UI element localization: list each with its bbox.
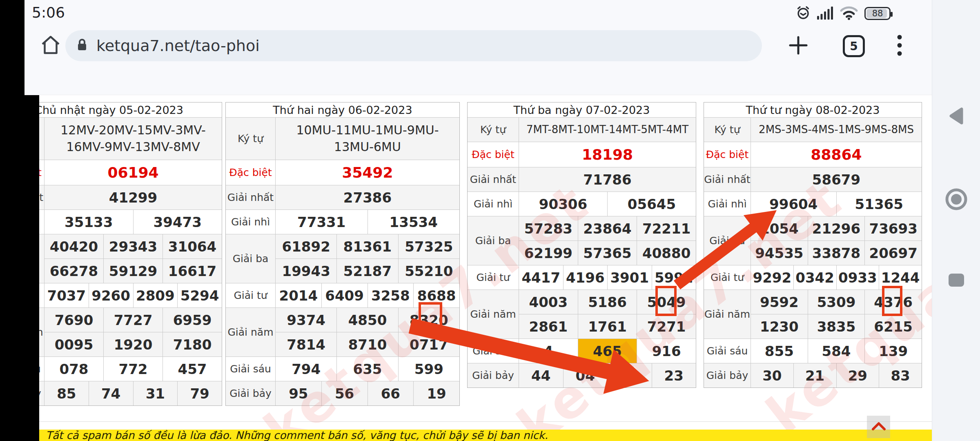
prize-value: 1244 bbox=[879, 265, 922, 290]
nav-home-button[interactable] bbox=[945, 189, 968, 212]
table-date-header: Thứ hai ngày 06-02-2023 bbox=[226, 102, 459, 117]
prize-value: 79 bbox=[177, 381, 222, 405]
prize-value: 74 bbox=[89, 381, 133, 405]
prize-value: 2014 bbox=[276, 283, 321, 307]
prize-value: 5049 bbox=[637, 290, 696, 314]
row-label-nhat: Giải nhất bbox=[226, 185, 276, 209]
battery-nub bbox=[891, 12, 893, 17]
home-icon bbox=[40, 34, 61, 57]
row-label-ba: Giải ba bbox=[226, 234, 276, 283]
prize-value: 4 bbox=[519, 339, 578, 363]
tab-switcher-button[interactable]: 5 bbox=[843, 35, 865, 57]
page-left-cutoff bbox=[24, 95, 39, 441]
prize-value: 40880 bbox=[637, 241, 696, 265]
row-label-nhi: Giải nhì bbox=[226, 210, 276, 234]
prize-value: 8688 bbox=[413, 283, 459, 307]
prize-value: 7271 bbox=[637, 314, 696, 339]
row-label-ba: Giải ba bbox=[468, 216, 519, 265]
row-label-tu: Giải tư bbox=[226, 283, 276, 307]
prize-value: 13534 bbox=[368, 210, 460, 234]
row-label-bay: Giải bảy bbox=[226, 381, 276, 405]
prize-value: 0342 bbox=[793, 265, 836, 290]
prize-value: 44 bbox=[519, 363, 563, 388]
prize-value: 62199 bbox=[519, 241, 578, 265]
prize-value: 51365 bbox=[836, 192, 922, 216]
prize-value: 05645 bbox=[607, 192, 696, 216]
prize-value: 83 bbox=[879, 363, 922, 388]
prize-value bbox=[607, 363, 652, 388]
prize-value: 29343 bbox=[103, 234, 163, 258]
row-label-db: Đặc biệt bbox=[704, 142, 751, 167]
prize-value: 0717 bbox=[398, 332, 459, 356]
row-label-bay: Giải bảy bbox=[704, 363, 751, 388]
prize-value: 9374 bbox=[276, 308, 336, 332]
scroll-to-top-button[interactable] bbox=[867, 416, 890, 438]
prize-value: 5309 bbox=[808, 290, 865, 314]
prize-value: 94535 bbox=[751, 241, 808, 265]
browser-home-button[interactable] bbox=[40, 34, 61, 57]
row-label-nhat: Giải nhất bbox=[468, 167, 519, 192]
row-label-kytu: Ký tự bbox=[704, 118, 751, 142]
android-nav-bar bbox=[932, 0, 980, 441]
phone-screen: 5:06 88 ket bbox=[0, 0, 980, 441]
prize-value: 635 bbox=[336, 357, 398, 381]
prize-value: 7MT-8MT-10MT-14MT-5MT-4MT bbox=[519, 118, 696, 142]
row-label-nhi: Giải nhì bbox=[704, 192, 751, 216]
browser-menu-button[interactable] bbox=[893, 34, 906, 58]
prize-value: 584 bbox=[808, 339, 865, 363]
row-label-nam: Giải năm bbox=[226, 308, 276, 356]
prize-value: 6409 bbox=[321, 283, 368, 307]
row-label-nhi: Giải nhì bbox=[468, 192, 519, 216]
prize-value: 27386 bbox=[276, 185, 459, 209]
prize-value: 1054 bbox=[751, 216, 808, 241]
prize-value: 1761 bbox=[578, 314, 637, 339]
plus-icon bbox=[788, 35, 808, 57]
prize-value: 29 bbox=[836, 363, 879, 388]
lottery-results-table-wednesday: Thứ tư ngày 08-02-2023Ký tự2MS-3MS-4MS-1… bbox=[704, 102, 922, 388]
prize-value: 9260 bbox=[89, 283, 133, 307]
prize-value: 81361 bbox=[336, 234, 398, 258]
back-triangle-icon bbox=[948, 107, 965, 127]
nav-recents-button[interactable] bbox=[945, 270, 968, 292]
prize-value: 916 bbox=[637, 339, 696, 363]
lottery-results-table-tuesday: Thứ ba ngày 07-02-2023Ký tự7MT-8MT-10MT-… bbox=[467, 102, 696, 388]
prize-value: 35492 bbox=[276, 160, 459, 185]
prize-value: 95 bbox=[276, 381, 321, 405]
new-tab-button[interactable] bbox=[787, 35, 809, 57]
prize-value: 3835 bbox=[808, 314, 865, 339]
nav-back-button[interactable] bbox=[945, 105, 968, 128]
row-label-kytu: Ký tự bbox=[226, 118, 276, 160]
prize-value: 7727 bbox=[103, 308, 163, 332]
row-label-nam: Giải năm bbox=[704, 290, 751, 339]
row-label-db: Đặc biệt bbox=[226, 160, 276, 185]
prize-value: 7690 bbox=[45, 308, 103, 332]
prize-value: 04 bbox=[563, 363, 608, 388]
prize-value: 31 bbox=[133, 381, 178, 405]
prize-value: 19 bbox=[413, 381, 459, 405]
prize-value: 06194 bbox=[45, 160, 222, 185]
prize-value: 7037 bbox=[45, 283, 89, 307]
prize-value: 6959 bbox=[163, 308, 222, 332]
prize-value: 57325 bbox=[398, 234, 459, 258]
prize-value: 59129 bbox=[103, 259, 163, 283]
url-bar[interactable]: ketqua7.net/tao-phoi bbox=[65, 30, 762, 61]
status-time: 5:06 bbox=[32, 4, 65, 21]
lock-icon bbox=[77, 38, 87, 53]
prize-value: 35133 bbox=[45, 210, 133, 234]
prize-value: 9592 bbox=[751, 290, 808, 314]
prize-value: 85 bbox=[45, 381, 89, 405]
prize-value: 16617 bbox=[163, 259, 222, 283]
prize-value: 4850 bbox=[336, 308, 398, 332]
prize-value: 772 bbox=[103, 357, 163, 381]
prize-value: 57365 bbox=[578, 241, 637, 265]
prize-value: 77331 bbox=[276, 210, 368, 234]
prize-value: 61892 bbox=[276, 234, 336, 258]
prize-value: 23 bbox=[652, 363, 696, 388]
prize-value: 139 bbox=[864, 339, 922, 363]
prize-value: 4196 bbox=[563, 265, 608, 290]
page-content: ketqua7.net ketqua7.net ketqua7.net Chủ … bbox=[24, 95, 932, 441]
prize-value: 1920 bbox=[103, 332, 163, 356]
row-label-tu: Giải tư bbox=[468, 265, 519, 290]
prize-value: 2MS-3MS-4MS-1MS-9MS-8MS bbox=[751, 118, 922, 142]
prize-value: 457 bbox=[163, 357, 222, 381]
